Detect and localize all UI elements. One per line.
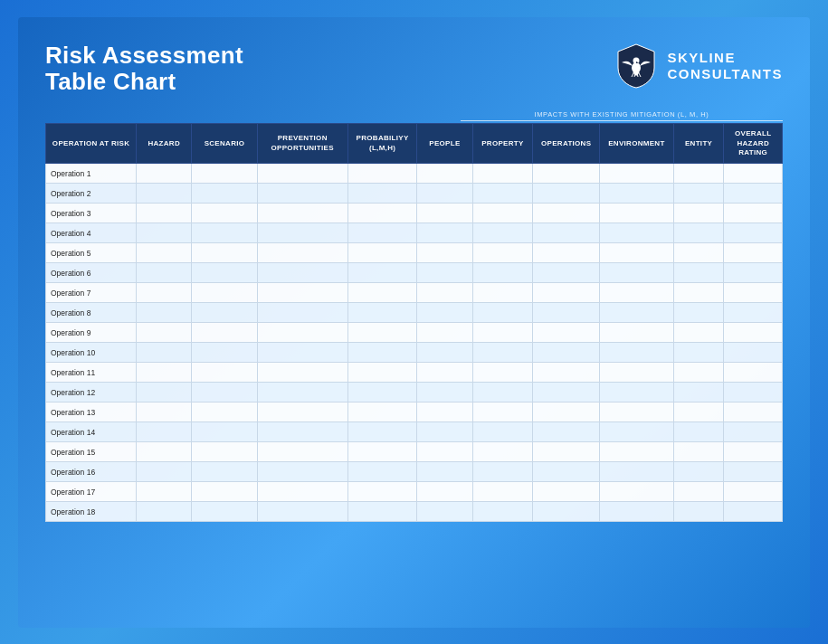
cell-hazard[interactable]: [137, 363, 192, 383]
cell-overall[interactable]: [724, 323, 783, 343]
cell-overall[interactable]: [724, 303, 783, 323]
cell-operations[interactable]: [533, 283, 600, 303]
cell-prevention[interactable]: [257, 343, 347, 363]
cell-operation[interactable]: Operation 8: [46, 303, 137, 323]
cell-operations[interactable]: [533, 323, 600, 343]
cell-property[interactable]: [472, 383, 533, 402]
cell-entity[interactable]: [673, 502, 724, 522]
cell-environment[interactable]: [600, 243, 674, 263]
cell-people[interactable]: [417, 204, 472, 223]
cell-operations[interactable]: [533, 343, 600, 363]
cell-prevention[interactable]: [257, 204, 347, 223]
cell-operation[interactable]: Operation 9: [46, 323, 137, 343]
cell-property[interactable]: [472, 462, 533, 482]
cell-environment[interactable]: [600, 502, 674, 522]
cell-scenario[interactable]: [192, 482, 257, 502]
cell-probability[interactable]: [347, 343, 417, 363]
cell-entity[interactable]: [673, 204, 724, 223]
cell-operation[interactable]: Operation 1: [46, 164, 137, 184]
cell-entity[interactable]: [673, 383, 724, 402]
cell-operation[interactable]: Operation 16: [46, 462, 137, 482]
cell-entity[interactable]: [673, 283, 724, 303]
cell-operation[interactable]: Operation 15: [46, 442, 137, 462]
cell-hazard[interactable]: [137, 204, 192, 223]
cell-overall[interactable]: [724, 223, 783, 243]
cell-hazard[interactable]: [137, 502, 192, 522]
cell-operation[interactable]: Operation 10: [46, 343, 137, 363]
cell-prevention[interactable]: [257, 442, 347, 462]
cell-operations[interactable]: [533, 442, 600, 462]
cell-entity[interactable]: [673, 462, 724, 482]
cell-people[interactable]: [417, 283, 472, 303]
cell-overall[interactable]: [724, 482, 783, 502]
cell-operation[interactable]: Operation 6: [46, 263, 137, 283]
cell-probability[interactable]: [347, 263, 417, 283]
cell-overall[interactable]: [724, 243, 783, 263]
cell-probability[interactable]: [347, 303, 417, 323]
cell-people[interactable]: [417, 243, 472, 263]
cell-operations[interactable]: [533, 164, 600, 184]
cell-property[interactable]: [472, 223, 533, 243]
cell-operation[interactable]: Operation 11: [46, 363, 137, 383]
cell-probability[interactable]: [347, 243, 417, 263]
cell-people[interactable]: [417, 263, 472, 283]
cell-entity[interactable]: [673, 164, 724, 184]
cell-environment[interactable]: [600, 164, 674, 184]
cell-property[interactable]: [472, 263, 533, 283]
cell-people[interactable]: [417, 502, 472, 522]
cell-operations[interactable]: [533, 363, 600, 383]
cell-scenario[interactable]: [192, 462, 257, 482]
cell-overall[interactable]: [724, 283, 783, 303]
cell-overall[interactable]: [724, 164, 783, 184]
cell-overall[interactable]: [724, 502, 783, 522]
cell-environment[interactable]: [600, 363, 674, 383]
cell-prevention[interactable]: [257, 223, 347, 243]
cell-people[interactable]: [417, 323, 472, 343]
cell-scenario[interactable]: [192, 204, 257, 223]
cell-scenario[interactable]: [192, 263, 257, 283]
cell-environment[interactable]: [600, 323, 674, 343]
cell-operation[interactable]: Operation 14: [46, 422, 137, 442]
cell-hazard[interactable]: [137, 323, 192, 343]
cell-operation[interactable]: Operation 18: [46, 502, 137, 522]
cell-probability[interactable]: [347, 323, 417, 343]
cell-operations[interactable]: [533, 184, 600, 204]
cell-probability[interactable]: [347, 383, 417, 402]
cell-environment[interactable]: [600, 204, 674, 223]
cell-entity[interactable]: [673, 422, 724, 442]
cell-entity[interactable]: [673, 482, 724, 502]
cell-prevention[interactable]: [257, 283, 347, 303]
cell-scenario[interactable]: [192, 502, 257, 522]
cell-property[interactable]: [472, 303, 533, 323]
cell-scenario[interactable]: [192, 383, 257, 402]
cell-operations[interactable]: [533, 383, 600, 402]
cell-environment[interactable]: [600, 422, 674, 442]
cell-hazard[interactable]: [137, 263, 192, 283]
cell-prevention[interactable]: [257, 363, 347, 383]
cell-overall[interactable]: [724, 363, 783, 383]
cell-operations[interactable]: [533, 482, 600, 502]
cell-operations[interactable]: [533, 402, 600, 422]
cell-environment[interactable]: [600, 184, 674, 204]
cell-scenario[interactable]: [192, 442, 257, 462]
cell-prevention[interactable]: [257, 323, 347, 343]
cell-probability[interactable]: [347, 184, 417, 204]
cell-environment[interactable]: [600, 442, 674, 462]
cell-scenario[interactable]: [192, 243, 257, 263]
cell-operation[interactable]: Operation 4: [46, 223, 137, 243]
cell-hazard[interactable]: [137, 482, 192, 502]
cell-probability[interactable]: [347, 462, 417, 482]
cell-environment[interactable]: [600, 402, 674, 422]
cell-overall[interactable]: [724, 343, 783, 363]
cell-operation[interactable]: Operation 5: [46, 243, 137, 263]
cell-entity[interactable]: [673, 223, 724, 243]
cell-operations[interactable]: [533, 223, 600, 243]
cell-scenario[interactable]: [192, 223, 257, 243]
cell-probability[interactable]: [347, 283, 417, 303]
cell-probability[interactable]: [347, 422, 417, 442]
cell-property[interactable]: [472, 323, 533, 343]
cell-hazard[interactable]: [137, 243, 192, 263]
cell-prevention[interactable]: [257, 462, 347, 482]
cell-operations[interactable]: [533, 303, 600, 323]
cell-hazard[interactable]: [137, 283, 192, 303]
